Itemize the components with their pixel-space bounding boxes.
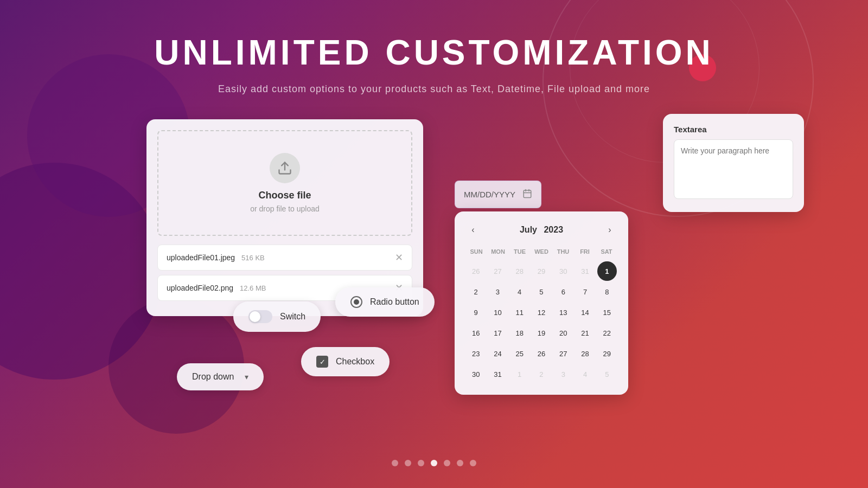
carousel-dot[interactable]: [418, 460, 424, 466]
calendar-day-label: SUN: [465, 246, 487, 257]
calendar-day[interactable]: 6: [553, 282, 573, 301]
calendar-grid: 2627282930311234567891011121314151617181…: [465, 261, 617, 384]
calendar-day[interactable]: 5: [532, 282, 551, 301]
calendar-day[interactable]: 31: [488, 364, 507, 384]
date-input[interactable]: MM/DD/YYYY: [455, 181, 541, 208]
calendar-day[interactable]: 13: [553, 303, 573, 322]
calendar-day[interactable]: 2: [532, 364, 551, 384]
file-row-1: uploadedFile01.jpeg 516 KB ✕: [157, 245, 412, 271]
calendar-year: 2023: [544, 225, 563, 234]
file-info-2: uploadedFile02.png 12.6 MB: [167, 284, 266, 292]
calendar-day[interactable]: 1: [510, 364, 529, 384]
calendar-day[interactable]: 8: [597, 282, 617, 301]
calendar-day-label: TUE: [509, 246, 531, 257]
calendar-day[interactable]: 28: [510, 261, 529, 281]
calendar-day[interactable]: 30: [553, 261, 573, 281]
calendar-day[interactable]: 3: [553, 364, 573, 384]
file-size-1: 516 KB: [241, 254, 265, 262]
date-placeholder: MM/DD/YYYY: [464, 190, 515, 199]
calendar-day[interactable]: 10: [488, 303, 507, 322]
calendar-day[interactable]: 16: [466, 323, 486, 343]
checkbox-label: Checkbox: [336, 357, 374, 367]
drop-zone[interactable]: Choose file or drop file to upload: [157, 130, 412, 236]
page-title: UNLIMITED CUSTOMIZATION: [0, 33, 868, 73]
textarea-field[interactable]: [674, 139, 793, 199]
carousel-dot[interactable]: [444, 460, 450, 466]
calendar-day[interactable]: 28: [576, 344, 595, 363]
switch-button[interactable]: Switch: [233, 301, 321, 332]
file-size-2: 12.6 MB: [240, 284, 266, 292]
drop-text: or drop file to upload: [169, 204, 400, 213]
radio-inner: [354, 299, 359, 305]
calendar-day[interactable]: 31: [576, 261, 595, 281]
file-upload-card: Choose file or drop file to upload uploa…: [146, 119, 423, 316]
calendar-month-year: July 2023: [518, 225, 565, 235]
file-info-1: uploadedFile01.jpeg 516 KB: [167, 253, 265, 262]
checkbox-button[interactable]: ✓ Checkbox: [301, 347, 390, 376]
calendar-day[interactable]: 1: [597, 261, 617, 281]
calendar-day[interactable]: 26: [532, 344, 551, 363]
calendar-day[interactable]: 26: [466, 261, 486, 281]
radio-button[interactable]: Radio button: [335, 287, 435, 317]
file-close-1[interactable]: ✕: [395, 252, 403, 264]
carousel-dot[interactable]: [392, 460, 398, 466]
calendar-day[interactable]: 25: [510, 344, 529, 363]
calendar-day[interactable]: 27: [488, 261, 507, 281]
calendar-day[interactable]: 4: [576, 364, 595, 384]
chevron-down-icon: ▾: [245, 373, 248, 381]
calendar-header: ‹ July 2023 ›: [465, 222, 617, 237]
textarea-card: Textarea: [663, 114, 804, 212]
calendar-day[interactable]: 3: [488, 282, 507, 301]
calendar-day[interactable]: 11: [510, 303, 529, 322]
calendar-day-label: THU: [552, 246, 574, 257]
calendar-day[interactable]: 12: [532, 303, 551, 322]
carousel-dots: [392, 460, 476, 466]
page-subtitle: Easily add custom options to your produc…: [0, 84, 868, 95]
calendar-day[interactable]: 21: [576, 323, 595, 343]
calendar-next-btn[interactable]: ›: [602, 222, 617, 237]
checkbox-box: ✓: [316, 356, 328, 368]
calendar-day-label: WED: [531, 246, 552, 257]
calendar-days-header: SUNMONTUEWEDTHUFRISAT: [465, 246, 617, 257]
calendar-day[interactable]: 22: [597, 323, 617, 343]
svg-rect-1: [524, 190, 531, 198]
calendar-day[interactable]: 7: [576, 282, 595, 301]
carousel-dot[interactable]: [470, 460, 476, 466]
radio-circle: [350, 296, 362, 308]
switch-toggle[interactable]: [248, 310, 272, 323]
choose-file-text[interactable]: Choose file: [169, 190, 400, 201]
calendar-day[interactable]: 14: [576, 303, 595, 322]
calendar-day[interactable]: 2: [466, 282, 486, 301]
calendar-prev-btn[interactable]: ‹: [465, 222, 481, 237]
calendar-day[interactable]: 19: [532, 323, 551, 343]
carousel-dot[interactable]: [457, 460, 463, 466]
calendar-month: July: [520, 225, 537, 234]
calendar-icon: [522, 189, 532, 200]
calendar-day-label: FRI: [574, 246, 596, 257]
calendar-day[interactable]: 4: [510, 282, 529, 301]
calendar-day-label: SAT: [596, 246, 617, 257]
switch-thumb: [250, 311, 260, 322]
calendar-day[interactable]: 29: [597, 344, 617, 363]
calendar-day-label: MON: [487, 246, 509, 257]
calendar-day[interactable]: 29: [532, 261, 551, 281]
textarea-label: Textarea: [674, 125, 793, 134]
calendar-day[interactable]: 27: [553, 344, 573, 363]
calendar-day[interactable]: 18: [510, 323, 529, 343]
calendar-day[interactable]: 20: [553, 323, 573, 343]
calendar-day[interactable]: 9: [466, 303, 486, 322]
dropdown-button[interactable]: Drop down ▾: [177, 363, 264, 390]
calendar-day[interactable]: 30: [466, 364, 486, 384]
calendar-day[interactable]: 17: [488, 323, 507, 343]
file-name-2: uploadedFile02.png: [167, 284, 233, 292]
calendar-day[interactable]: 15: [597, 303, 617, 322]
calendar-day[interactable]: 5: [597, 364, 617, 384]
file-name-1: uploadedFile01.jpeg: [167, 253, 235, 262]
carousel-dot[interactable]: [431, 460, 437, 466]
calendar-day[interactable]: 23: [466, 344, 486, 363]
calendar-card: ‹ July 2023 › SUNMONTUEWEDTHUFRISAT 2627…: [455, 211, 628, 395]
calendar-day[interactable]: 24: [488, 344, 507, 363]
date-input-wrapper: MM/DD/YYYY: [455, 181, 541, 208]
header: UNLIMITED CUSTOMIZATION Easily add custo…: [0, 0, 868, 95]
carousel-dot[interactable]: [405, 460, 411, 466]
